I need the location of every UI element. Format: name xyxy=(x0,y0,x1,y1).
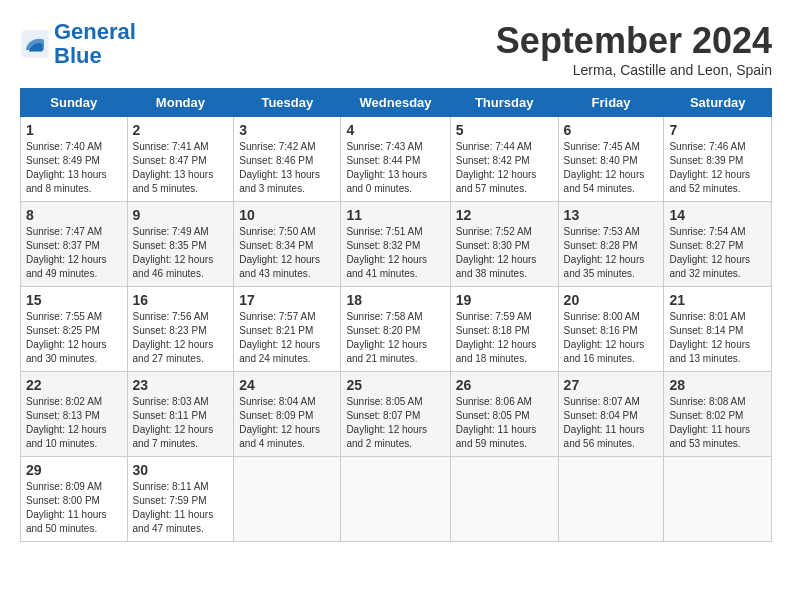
day-info: Sunrise: 8:11 AM Sunset: 7:59 PM Dayligh… xyxy=(133,480,229,536)
day-number: 27 xyxy=(564,377,659,393)
day-info: Sunrise: 7:57 AM Sunset: 8:21 PM Dayligh… xyxy=(239,310,335,366)
calendar-cell: 13Sunrise: 7:53 AM Sunset: 8:28 PM Dayli… xyxy=(558,202,664,287)
day-number: 5 xyxy=(456,122,553,138)
calendar-cell: 6Sunrise: 7:45 AM Sunset: 8:40 PM Daylig… xyxy=(558,117,664,202)
calendar-cell: 20Sunrise: 8:00 AM Sunset: 8:16 PM Dayli… xyxy=(558,287,664,372)
calendar-cell xyxy=(558,457,664,542)
day-number: 23 xyxy=(133,377,229,393)
day-info: Sunrise: 7:43 AM Sunset: 8:44 PM Dayligh… xyxy=(346,140,444,196)
calendar-cell: 3Sunrise: 7:42 AM Sunset: 8:46 PM Daylig… xyxy=(234,117,341,202)
day-info: Sunrise: 7:41 AM Sunset: 8:47 PM Dayligh… xyxy=(133,140,229,196)
day-info: Sunrise: 8:08 AM Sunset: 8:02 PM Dayligh… xyxy=(669,395,766,451)
day-number: 7 xyxy=(669,122,766,138)
day-number: 1 xyxy=(26,122,122,138)
calendar-cell: 10Sunrise: 7:50 AM Sunset: 8:34 PM Dayli… xyxy=(234,202,341,287)
day-number: 12 xyxy=(456,207,553,223)
day-info: Sunrise: 7:58 AM Sunset: 8:20 PM Dayligh… xyxy=(346,310,444,366)
day-info: Sunrise: 8:05 AM Sunset: 8:07 PM Dayligh… xyxy=(346,395,444,451)
day-number: 21 xyxy=(669,292,766,308)
calendar-cell: 12Sunrise: 7:52 AM Sunset: 8:30 PM Dayli… xyxy=(450,202,558,287)
day-number: 29 xyxy=(26,462,122,478)
day-info: Sunrise: 7:49 AM Sunset: 8:35 PM Dayligh… xyxy=(133,225,229,281)
weekday-saturday: Saturday xyxy=(664,89,772,117)
calendar-cell: 2Sunrise: 7:41 AM Sunset: 8:47 PM Daylig… xyxy=(127,117,234,202)
logo-text: General Blue xyxy=(54,20,136,68)
calendar-cell: 11Sunrise: 7:51 AM Sunset: 8:32 PM Dayli… xyxy=(341,202,450,287)
week-row-5: 29Sunrise: 8:09 AM Sunset: 8:00 PM Dayli… xyxy=(21,457,772,542)
day-number: 30 xyxy=(133,462,229,478)
day-info: Sunrise: 7:44 AM Sunset: 8:42 PM Dayligh… xyxy=(456,140,553,196)
title-block: September 2024 Lerma, Castille and Leon,… xyxy=(496,20,772,78)
calendar-cell: 19Sunrise: 7:59 AM Sunset: 8:18 PM Dayli… xyxy=(450,287,558,372)
day-info: Sunrise: 7:40 AM Sunset: 8:49 PM Dayligh… xyxy=(26,140,122,196)
week-row-1: 1Sunrise: 7:40 AM Sunset: 8:49 PM Daylig… xyxy=(21,117,772,202)
calendar-cell: 26Sunrise: 8:06 AM Sunset: 8:05 PM Dayli… xyxy=(450,372,558,457)
week-row-4: 22Sunrise: 8:02 AM Sunset: 8:13 PM Dayli… xyxy=(21,372,772,457)
day-info: Sunrise: 8:02 AM Sunset: 8:13 PM Dayligh… xyxy=(26,395,122,451)
day-number: 3 xyxy=(239,122,335,138)
logo-line1: General xyxy=(54,19,136,44)
calendar-cell: 28Sunrise: 8:08 AM Sunset: 8:02 PM Dayli… xyxy=(664,372,772,457)
page-header: General Blue September 2024 Lerma, Casti… xyxy=(20,20,772,78)
calendar-cell: 18Sunrise: 7:58 AM Sunset: 8:20 PM Dayli… xyxy=(341,287,450,372)
weekday-thursday: Thursday xyxy=(450,89,558,117)
day-number: 24 xyxy=(239,377,335,393)
day-number: 28 xyxy=(669,377,766,393)
day-number: 20 xyxy=(564,292,659,308)
calendar-cell xyxy=(234,457,341,542)
location-subtitle: Lerma, Castille and Leon, Spain xyxy=(496,62,772,78)
day-number: 22 xyxy=(26,377,122,393)
day-info: Sunrise: 7:59 AM Sunset: 8:18 PM Dayligh… xyxy=(456,310,553,366)
day-info: Sunrise: 7:55 AM Sunset: 8:25 PM Dayligh… xyxy=(26,310,122,366)
day-info: Sunrise: 8:01 AM Sunset: 8:14 PM Dayligh… xyxy=(669,310,766,366)
day-number: 13 xyxy=(564,207,659,223)
calendar-cell xyxy=(450,457,558,542)
logo: General Blue xyxy=(20,20,136,68)
calendar-cell: 14Sunrise: 7:54 AM Sunset: 8:27 PM Dayli… xyxy=(664,202,772,287)
calendar-cell: 27Sunrise: 8:07 AM Sunset: 8:04 PM Dayli… xyxy=(558,372,664,457)
day-info: Sunrise: 7:42 AM Sunset: 8:46 PM Dayligh… xyxy=(239,140,335,196)
calendar-cell: 30Sunrise: 8:11 AM Sunset: 7:59 PM Dayli… xyxy=(127,457,234,542)
day-number: 10 xyxy=(239,207,335,223)
calendar-cell: 5Sunrise: 7:44 AM Sunset: 8:42 PM Daylig… xyxy=(450,117,558,202)
calendar-cell: 16Sunrise: 7:56 AM Sunset: 8:23 PM Dayli… xyxy=(127,287,234,372)
day-info: Sunrise: 7:54 AM Sunset: 8:27 PM Dayligh… xyxy=(669,225,766,281)
calendar-cell: 4Sunrise: 7:43 AM Sunset: 8:44 PM Daylig… xyxy=(341,117,450,202)
day-number: 18 xyxy=(346,292,444,308)
day-number: 17 xyxy=(239,292,335,308)
calendar-cell: 22Sunrise: 8:02 AM Sunset: 8:13 PM Dayli… xyxy=(21,372,128,457)
calendar-cell: 24Sunrise: 8:04 AM Sunset: 8:09 PM Dayli… xyxy=(234,372,341,457)
day-info: Sunrise: 8:04 AM Sunset: 8:09 PM Dayligh… xyxy=(239,395,335,451)
day-info: Sunrise: 8:09 AM Sunset: 8:00 PM Dayligh… xyxy=(26,480,122,536)
day-number: 6 xyxy=(564,122,659,138)
day-info: Sunrise: 7:56 AM Sunset: 8:23 PM Dayligh… xyxy=(133,310,229,366)
day-number: 2 xyxy=(133,122,229,138)
day-info: Sunrise: 8:06 AM Sunset: 8:05 PM Dayligh… xyxy=(456,395,553,451)
weekday-monday: Monday xyxy=(127,89,234,117)
calendar-body: 1Sunrise: 7:40 AM Sunset: 8:49 PM Daylig… xyxy=(21,117,772,542)
calendar-cell: 1Sunrise: 7:40 AM Sunset: 8:49 PM Daylig… xyxy=(21,117,128,202)
calendar-table: SundayMondayTuesdayWednesdayThursdayFrid… xyxy=(20,88,772,542)
day-number: 19 xyxy=(456,292,553,308)
weekday-wednesday: Wednesday xyxy=(341,89,450,117)
weekday-tuesday: Tuesday xyxy=(234,89,341,117)
day-number: 14 xyxy=(669,207,766,223)
day-info: Sunrise: 7:53 AM Sunset: 8:28 PM Dayligh… xyxy=(564,225,659,281)
calendar-cell: 17Sunrise: 7:57 AM Sunset: 8:21 PM Dayli… xyxy=(234,287,341,372)
calendar-cell: 25Sunrise: 8:05 AM Sunset: 8:07 PM Dayli… xyxy=(341,372,450,457)
day-info: Sunrise: 8:00 AM Sunset: 8:16 PM Dayligh… xyxy=(564,310,659,366)
calendar-cell: 8Sunrise: 7:47 AM Sunset: 8:37 PM Daylig… xyxy=(21,202,128,287)
day-number: 4 xyxy=(346,122,444,138)
calendar-cell: 29Sunrise: 8:09 AM Sunset: 8:00 PM Dayli… xyxy=(21,457,128,542)
calendar-cell: 15Sunrise: 7:55 AM Sunset: 8:25 PM Dayli… xyxy=(21,287,128,372)
month-title: September 2024 xyxy=(496,20,772,62)
day-info: Sunrise: 7:46 AM Sunset: 8:39 PM Dayligh… xyxy=(669,140,766,196)
calendar-cell xyxy=(341,457,450,542)
day-info: Sunrise: 7:52 AM Sunset: 8:30 PM Dayligh… xyxy=(456,225,553,281)
day-number: 26 xyxy=(456,377,553,393)
logo-icon xyxy=(20,29,50,59)
day-number: 25 xyxy=(346,377,444,393)
calendar-cell: 23Sunrise: 8:03 AM Sunset: 8:11 PM Dayli… xyxy=(127,372,234,457)
calendar-cell: 21Sunrise: 8:01 AM Sunset: 8:14 PM Dayli… xyxy=(664,287,772,372)
day-info: Sunrise: 7:51 AM Sunset: 8:32 PM Dayligh… xyxy=(346,225,444,281)
